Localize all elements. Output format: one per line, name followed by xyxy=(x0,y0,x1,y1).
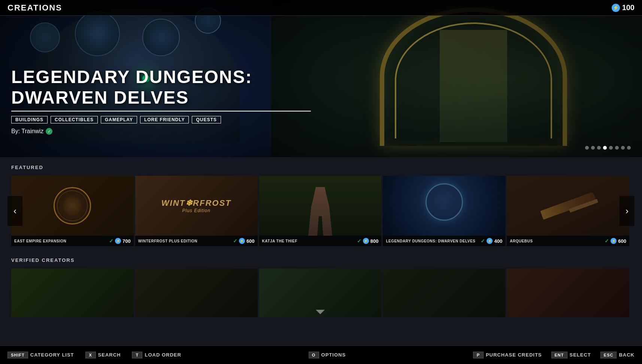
verified-creators-label: VERIFIED CREATORS xyxy=(11,257,631,263)
verified-thumb-1 xyxy=(11,269,134,317)
featured-section: FEATURED ‹ EAST EMPIRE EXPANSION ✓ xyxy=(11,165,631,246)
credits-display: ⚡ 100 xyxy=(612,3,635,12)
katja-owned-icon: ✓ xyxy=(357,238,361,244)
key-x: X xyxy=(85,352,96,358)
east-empire-thumb xyxy=(11,176,134,236)
verified-item-1[interactable] xyxy=(11,269,134,317)
katja-name: KATJA THE THIEF xyxy=(262,239,297,243)
winterfrost-price: ✓ ⚡ 600 xyxy=(233,238,255,244)
verified-creators-section: VERIFIED CREATORS xyxy=(11,257,631,317)
verified-item-5[interactable] xyxy=(507,269,629,317)
katja-price-amount: 800 xyxy=(370,238,379,244)
east-empire-price: ✓ ⚡ 700 xyxy=(109,238,131,244)
winterfrost-lightning-icon: ⚡ xyxy=(239,238,245,244)
carousel-dot-7[interactable] xyxy=(621,146,625,150)
label-options: OPTIONS xyxy=(321,352,346,358)
action-category-list[interactable]: SHIFT CATEGORY LIST xyxy=(7,352,74,358)
featured-item-legendary[interactable]: LEGENDARY DUNGEONS: DWARVEN DELVES ✓ ⚡ 4… xyxy=(383,176,505,246)
tag-lore-friendly[interactable]: LORE FRIENDLY xyxy=(140,116,189,123)
label-back: BACK xyxy=(619,352,635,358)
verified-items xyxy=(11,269,631,317)
action-back[interactable]: ESC BACK xyxy=(600,352,635,358)
carousel-dot-5[interactable] xyxy=(609,146,613,150)
bottom-left-actions: SHIFT CATEGORY LIST X SEARCH T LOAD ORDE… xyxy=(7,352,181,358)
carousel-prev-button[interactable]: ‹ xyxy=(7,196,22,226)
winterfrost-owned-icon: ✓ xyxy=(233,238,237,244)
label-category-list: CATEGORY LIST xyxy=(30,352,74,358)
key-o: O xyxy=(309,352,319,358)
action-select[interactable]: ENT SELECT xyxy=(551,352,591,358)
katja-thumb xyxy=(259,176,382,236)
legendary-thumb xyxy=(383,176,505,236)
carousel-next-button[interactable]: › xyxy=(620,196,635,226)
hero-author: By: Trainwiz ✓ xyxy=(11,128,311,135)
key-esc: ESC xyxy=(600,352,617,358)
katja-footer: KATJA THE THIEF ✓ ⚡ 800 xyxy=(259,236,382,246)
verified-item-2[interactable] xyxy=(135,269,258,317)
featured-label: FEATURED xyxy=(11,165,631,170)
winterfrost-main-text: WINT❄RFROST xyxy=(161,198,231,208)
key-p: P xyxy=(473,352,484,358)
featured-item-east-empire[interactable]: EAST EMPIRE EXPANSION ✓ ⚡ 700 xyxy=(11,176,134,246)
empire-emblem xyxy=(54,187,91,224)
tag-gameplay[interactable]: GAMEPLAY xyxy=(101,116,137,123)
arquebus-thumb xyxy=(507,176,629,236)
action-options[interactable]: O OPTIONS xyxy=(309,352,346,358)
carousel-dot-1[interactable] xyxy=(585,146,589,150)
bottom-right-actions: P PURCHASE CREDITS ENT SELECT ESC BACK xyxy=(473,352,635,358)
arquebus-background xyxy=(507,176,629,236)
label-load-order: LOAD ORDER xyxy=(145,352,181,358)
arquebus-price: ✓ ⚡ 600 xyxy=(605,238,626,244)
legendary-footer: LEGENDARY DUNGEONS: DWARVEN DELVES ✓ ⚡ 4… xyxy=(383,236,505,246)
carousel-dot-4[interactable] xyxy=(603,146,607,150)
carousel-dot-8[interactable] xyxy=(627,146,631,150)
legendary-price-amount: 400 xyxy=(494,238,502,244)
featured-item-arquebus[interactable]: ARQUEBUS ✓ ⚡ 600 xyxy=(507,176,629,246)
carousel-dot-6[interactable] xyxy=(615,146,619,150)
legendary-name: LEGENDARY DUNGEONS: DWARVEN DELVES xyxy=(386,239,475,243)
verified-item-4[interactable] xyxy=(383,269,505,317)
katja-price: ✓ ⚡ 800 xyxy=(357,238,379,244)
verified-thumb-4 xyxy=(383,269,505,317)
east-empire-owned-icon: ✓ xyxy=(109,238,113,244)
key-t: T xyxy=(132,352,142,358)
legendary-circle xyxy=(426,183,463,221)
hero-banner: LEGENDARY DUNGEONS: DWARVEN DELVES BUILD… xyxy=(0,0,642,157)
verified-item-3[interactable] xyxy=(259,269,382,317)
east-empire-lightning-icon: ⚡ xyxy=(115,238,121,244)
tag-buildings[interactable]: BUILDINGS xyxy=(11,116,48,123)
east-empire-name: EAST EMPIRE EXPANSION xyxy=(14,239,66,243)
winterfrost-text: WINT❄RFROST Plus Edition xyxy=(161,198,231,213)
action-purchase-credits[interactable]: P PURCHASE CREDITS xyxy=(473,352,542,358)
featured-item-katja[interactable]: KATJA THE THIEF ✓ ⚡ 800 xyxy=(259,176,382,246)
arquebus-footer: ARQUEBUS ✓ ⚡ 600 xyxy=(507,236,629,246)
action-load-order[interactable]: T LOAD ORDER xyxy=(132,352,181,358)
carousel-dot-3[interactable] xyxy=(597,146,601,150)
tag-quests[interactable]: QUESTS xyxy=(192,116,221,123)
carousel-dots xyxy=(585,146,631,150)
verified-thumb-2 xyxy=(135,269,258,317)
arquebus-owned-icon: ✓ xyxy=(605,238,609,244)
verified-icon: ✓ xyxy=(46,128,52,135)
carousel-dot-2[interactable] xyxy=(591,146,595,150)
winterfrost-name: WINTERFROST PLUS EDITION xyxy=(138,239,197,243)
hero-content: LEGENDARY DUNGEONS: DWARVEN DELVES BUILD… xyxy=(11,67,311,135)
featured-items: EAST EMPIRE EXPANSION ✓ ⚡ 700 WINT❄RFROS… xyxy=(11,176,631,246)
key-ent: ENT xyxy=(551,352,567,358)
verified-thumb-5 xyxy=(507,269,629,317)
legendary-price: ✓ ⚡ 400 xyxy=(481,238,502,244)
winterfrost-thumb: WINT❄RFROST Plus Edition xyxy=(135,176,258,236)
legendary-lightning-icon: ⚡ xyxy=(487,238,493,244)
bottom-bar: SHIFT CATEGORY LIST X SEARCH T LOAD ORDE… xyxy=(0,345,642,364)
key-shift: SHIFT xyxy=(7,352,28,358)
action-search[interactable]: X SEARCH xyxy=(85,352,121,358)
lightning-icon: ⚡ xyxy=(612,4,620,12)
hero-title: LEGENDARY DUNGEONS: DWARVEN DELVES xyxy=(11,67,311,111)
featured-item-winterfrost[interactable]: WINT❄RFROST Plus Edition WINTERFROST PLU… xyxy=(135,176,258,246)
app-title: CREATIONS xyxy=(7,3,62,13)
winterfrost-footer: WINTERFROST PLUS EDITION ✓ ⚡ 600 xyxy=(135,236,258,246)
label-select: SELECT xyxy=(570,352,591,358)
bottom-center-actions: O OPTIONS xyxy=(309,352,346,358)
tag-collectibles[interactable]: COLLECTIBLES xyxy=(51,116,98,123)
empire-emblem-inner xyxy=(63,196,82,215)
